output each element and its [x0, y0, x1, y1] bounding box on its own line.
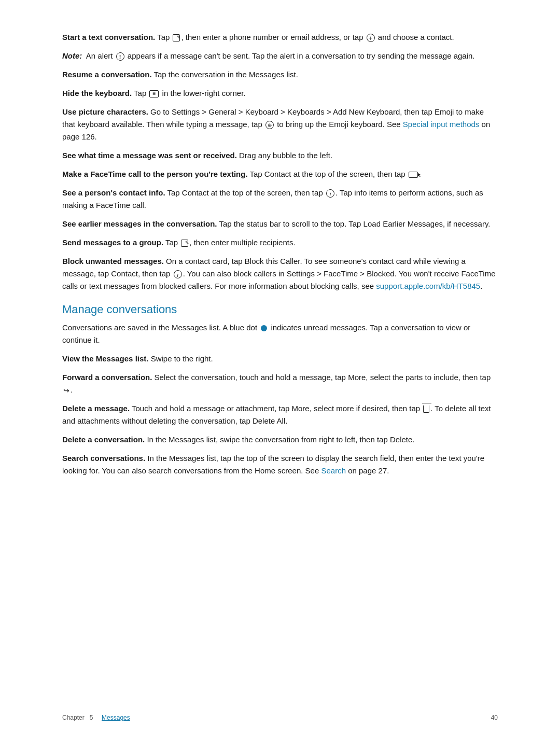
compose-icon-2	[181, 240, 188, 247]
chapter-messages-link[interactable]: Messages	[102, 714, 130, 721]
blue-dot-icon	[261, 325, 267, 331]
globe-icon: ⊕	[265, 121, 274, 129]
keyboard-dismiss-icon	[149, 90, 159, 97]
bold-resume: Resume a conversation.	[62, 70, 152, 79]
support-link[interactable]: support.apple.com/kb/HT5845	[376, 282, 480, 290]
footer-chapter: Chapter 5 Messages	[62, 714, 130, 721]
circle-plus-icon	[367, 34, 375, 42]
page-footer: Chapter 5 Messages 40	[0, 714, 560, 721]
video-icon	[409, 172, 418, 178]
compose-icon	[173, 34, 180, 41]
info-icon: i	[326, 189, 334, 198]
page-content: Start a text conversation. Tap , then en…	[0, 0, 560, 525]
note-label: Note:	[62, 51, 82, 60]
para-delete-message: Delete a message. Touch and hold a messa…	[62, 402, 498, 427]
para-facetime: Make a FaceTime call to the person you'r…	[62, 168, 498, 180]
para-see-time: See what time a message was sent or rece…	[62, 149, 498, 162]
bold-delete-conversation: Delete a conversation.	[62, 435, 145, 444]
bold-facetime: Make a FaceTime call to the person you'r…	[62, 170, 248, 178]
trash-icon	[423, 405, 429, 413]
special-input-methods-link[interactable]: Special input methods	[403, 120, 480, 129]
bold-contact-info: See a person's contact info.	[62, 188, 165, 197]
para-view-messages: View the Messages list. Swipe to the rig…	[62, 353, 498, 365]
para-hide-keyboard: Hide the keyboard. Tap in the lower-righ…	[62, 87, 498, 100]
chapter-number: 5	[90, 714, 93, 721]
bold-earlier: See earlier messages in the conversation…	[62, 219, 217, 228]
bold-picture-chars: Use picture characters.	[62, 107, 148, 116]
chapter-label: Chapter	[62, 714, 85, 721]
alert-icon: !	[116, 52, 124, 61]
bold-forward: Forward a conversation.	[62, 373, 152, 382]
para-send-group: Send messages to a group. Tap , then ent…	[62, 236, 498, 249]
bold-view-messages: View the Messages list.	[62, 354, 148, 363]
info-icon-2: i	[174, 270, 182, 278]
para-earlier: See earlier messages in the conversation…	[62, 218, 498, 230]
section-heading-manage: Manage conversations	[62, 303, 498, 316]
bold-hide-keyboard: Hide the keyboard.	[62, 89, 132, 97]
bold-see-time: See what time a message was sent or rece…	[62, 151, 237, 160]
para-start-text: Start a text conversation. Tap , then en…	[62, 31, 498, 44]
search-link[interactable]: Search	[321, 466, 346, 475]
para-contact-info: See a person's contact info. Tap Contact…	[62, 187, 498, 212]
forward-icon: ↪	[63, 385, 69, 396]
para-search: Search conversations. In the Messages li…	[62, 452, 498, 477]
para-picture-chars: Use picture characters. Go to Settings >…	[62, 106, 498, 143]
para-delete-conversation: Delete a conversation. In the Messages l…	[62, 433, 498, 446]
para-section-intro: Conversations are saved in the Messages …	[62, 321, 498, 346]
footer-page: 40	[491, 714, 498, 721]
bold-send-group: Send messages to a group.	[62, 238, 163, 247]
para-forward: Forward a conversation. Select the conve…	[62, 371, 498, 396]
para-resume: Resume a conversation. Tap the conversat…	[62, 68, 498, 81]
para-block: Block unwanted messages. On a contact ca…	[62, 255, 498, 292]
bold-delete-message: Delete a message.	[62, 404, 130, 413]
bold-block: Block unwanted messages.	[62, 257, 164, 265]
bold-start-text: Start a text conversation.	[62, 33, 155, 41]
para-note: Note: An alert ! appears if a message ca…	[62, 50, 498, 62]
bold-search: Search conversations.	[62, 454, 145, 463]
